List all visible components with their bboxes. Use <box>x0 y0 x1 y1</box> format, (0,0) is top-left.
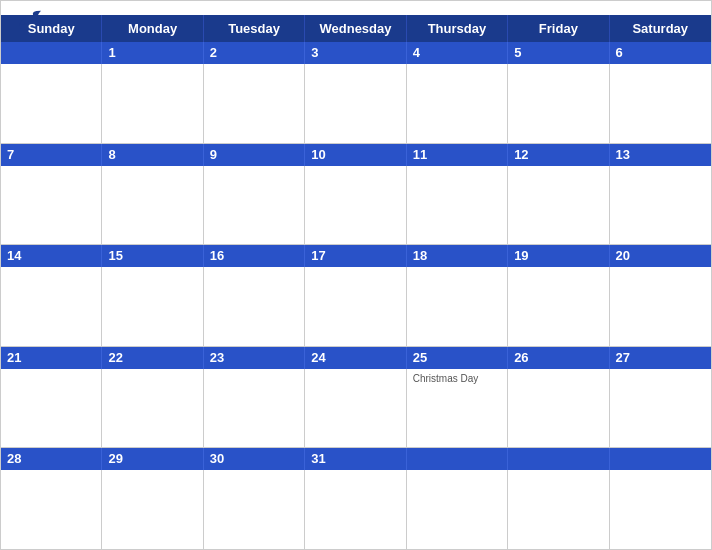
day-content-cell <box>204 166 305 245</box>
day-number-cell: 7 <box>1 144 102 166</box>
day-number-cell: 29 <box>102 448 203 470</box>
day-number-cell: 10 <box>305 144 406 166</box>
day-number-cell <box>610 448 711 470</box>
day-header-thursday: Thursday <box>407 15 508 42</box>
day-content-cell <box>610 64 711 143</box>
day-number-cell <box>1 42 102 64</box>
week-content-row-4: Christmas Day <box>1 369 711 448</box>
day-content-cell <box>508 369 609 448</box>
week-number-row-2: 78910111213 <box>1 144 711 166</box>
day-content-cell <box>1 166 102 245</box>
day-content-cell <box>204 369 305 448</box>
day-number-cell: 24 <box>305 347 406 369</box>
day-number-cell: 31 <box>305 448 406 470</box>
day-content-cell <box>1 64 102 143</box>
day-number-cell: 16 <box>204 245 305 267</box>
week-content-row-5 <box>1 470 711 549</box>
day-number-cell: 11 <box>407 144 508 166</box>
week-content-row-2 <box>1 166 711 245</box>
day-number-cell: 20 <box>610 245 711 267</box>
day-number-cell: 18 <box>407 245 508 267</box>
day-number-cell: 6 <box>610 42 711 64</box>
day-content-cell <box>102 267 203 346</box>
day-content-cell <box>305 166 406 245</box>
day-content-cell <box>305 64 406 143</box>
day-content-cell: Christmas Day <box>407 369 508 448</box>
day-content-cell <box>508 64 609 143</box>
day-content-cell <box>508 166 609 245</box>
day-content-cell <box>102 470 203 549</box>
day-number-cell: 13 <box>610 144 711 166</box>
logo-bird-icon <box>17 9 45 29</box>
day-content-cell <box>305 369 406 448</box>
day-content-cell <box>204 267 305 346</box>
day-content-cell <box>407 470 508 549</box>
day-content-cell <box>610 267 711 346</box>
day-content-cell <box>407 64 508 143</box>
week-number-row-5: 28293031 <box>1 448 711 470</box>
day-content-cell <box>610 369 711 448</box>
day-content-cell <box>102 64 203 143</box>
week-2: 78910111213 <box>1 144 711 246</box>
day-number-cell: 12 <box>508 144 609 166</box>
day-content-cell <box>610 470 711 549</box>
day-header-friday: Friday <box>508 15 609 42</box>
day-header-monday: Monday <box>102 15 203 42</box>
day-headers-row: SundayMondayTuesdayWednesdayThursdayFrid… <box>1 15 711 42</box>
day-number-cell <box>508 448 609 470</box>
week-5: 28293031 <box>1 448 711 549</box>
day-number-cell: 2 <box>204 42 305 64</box>
day-number-cell: 30 <box>204 448 305 470</box>
logo-area <box>17 9 47 29</box>
day-header-saturday: Saturday <box>610 15 711 42</box>
day-content-cell <box>508 470 609 549</box>
week-number-row-1: 123456 <box>1 42 711 64</box>
day-number-cell: 19 <box>508 245 609 267</box>
day-number-cell: 14 <box>1 245 102 267</box>
day-header-tuesday: Tuesday <box>204 15 305 42</box>
week-content-row-3 <box>1 267 711 346</box>
day-content-cell <box>1 369 102 448</box>
week-4: 21222324252627Christmas Day <box>1 347 711 449</box>
day-content-cell <box>508 267 609 346</box>
day-content-cell <box>102 369 203 448</box>
day-number-cell: 25 <box>407 347 508 369</box>
day-number-cell: 5 <box>508 42 609 64</box>
day-number-cell: 15 <box>102 245 203 267</box>
day-number-cell: 1 <box>102 42 203 64</box>
day-number-cell: 28 <box>1 448 102 470</box>
day-number-cell: 27 <box>610 347 711 369</box>
day-content-cell <box>1 470 102 549</box>
week-3: 14151617181920 <box>1 245 711 347</box>
day-content-cell <box>204 470 305 549</box>
day-number-cell: 23 <box>204 347 305 369</box>
event-label: Christmas Day <box>413 373 501 384</box>
day-number-cell: 3 <box>305 42 406 64</box>
day-number-cell: 17 <box>305 245 406 267</box>
day-content-cell <box>407 267 508 346</box>
calendar-header <box>1 1 711 15</box>
day-number-cell: 9 <box>204 144 305 166</box>
day-number-cell: 21 <box>1 347 102 369</box>
day-content-cell <box>305 470 406 549</box>
day-content-cell <box>204 64 305 143</box>
day-content-cell <box>1 267 102 346</box>
day-content-cell <box>610 166 711 245</box>
day-number-cell: 22 <box>102 347 203 369</box>
week-content-row-1 <box>1 64 711 143</box>
day-number-cell: 4 <box>407 42 508 64</box>
week-number-row-4: 21222324252627 <box>1 347 711 369</box>
calendar: SundayMondayTuesdayWednesdayThursdayFrid… <box>0 0 712 550</box>
day-number-cell <box>407 448 508 470</box>
week-number-row-3: 14151617181920 <box>1 245 711 267</box>
calendar-body: 1234567891011121314151617181920212223242… <box>1 42 711 549</box>
day-content-cell <box>407 166 508 245</box>
day-content-cell <box>305 267 406 346</box>
day-number-cell: 8 <box>102 144 203 166</box>
day-number-cell: 26 <box>508 347 609 369</box>
day-header-wednesday: Wednesday <box>305 15 406 42</box>
week-1: 123456 <box>1 42 711 144</box>
day-content-cell <box>102 166 203 245</box>
